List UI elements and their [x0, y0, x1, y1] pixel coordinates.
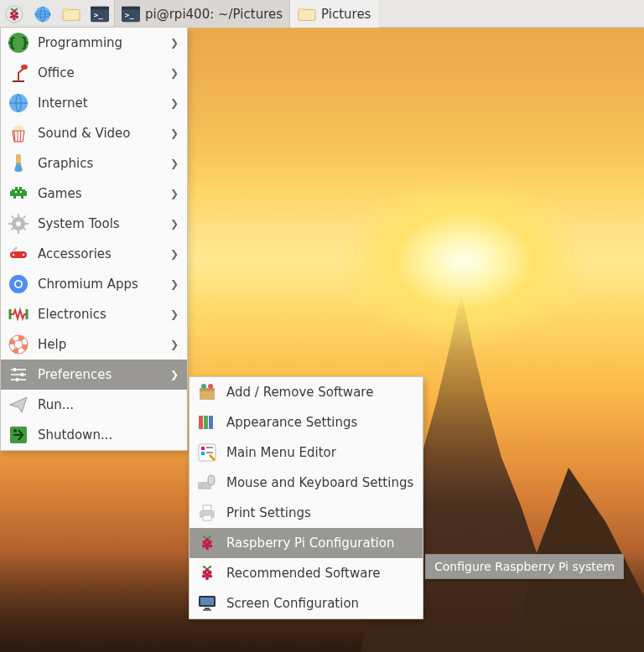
svg-rect-19 [299, 8, 305, 11]
exit-icon [8, 424, 29, 446]
popcorn-icon [8, 122, 29, 144]
menu-item-accessories[interactable]: Accessories ❯ [1, 239, 187, 269]
task-label: pi@rpi400: ~/Pictures [145, 7, 283, 22]
submenu-item-mouse-keyboard[interactable]: Mouse and Keyboard Settings [190, 468, 423, 498]
menu-item-label: System Tools [38, 216, 162, 231]
svg-point-93 [209, 574, 212, 577]
menu-item-label: Graphics [38, 156, 162, 171]
menu-item-games[interactable]: Games ❯ [1, 179, 187, 209]
terminal-launcher[interactable]: >_ [86, 0, 114, 28]
svg-point-66 [201, 384, 206, 389]
chevron-right-icon: ❯ [170, 127, 179, 139]
submenu-item-label: Screen Configuration [226, 596, 414, 611]
svg-rect-36 [15, 191, 17, 193]
menu-item-label: Chromium Apps [38, 277, 162, 292]
svg-point-86 [209, 544, 212, 547]
submenu-item-label: Main Menu Editor [226, 445, 414, 460]
svg-rect-34 [15, 187, 18, 189]
web-browser-launcher[interactable] [29, 0, 57, 28]
svg-point-39 [16, 221, 21, 226]
svg-rect-43 [24, 223, 29, 225]
svg-rect-59 [13, 368, 16, 371]
svg-rect-46 [23, 215, 26, 219]
svg-rect-98 [203, 609, 211, 611]
task-terminal[interactable]: >_ pi@rpi400: ~/Pictures [114, 0, 290, 28]
swiss-knife-icon [8, 243, 29, 265]
menu-item-chromium-apps[interactable]: Chromium Apps ❯ [1, 269, 187, 299]
svg-point-50 [23, 254, 24, 256]
submenu-item-rpi-config[interactable]: Raspberry Pi Configuration [190, 528, 423, 558]
menu-item-preferences[interactable]: Preferences ❯ [1, 360, 187, 390]
task-label: Pictures [321, 7, 371, 22]
folder-icon [62, 5, 80, 23]
svg-rect-44 [11, 215, 14, 219]
svg-point-22 [21, 65, 28, 70]
svg-rect-77 [208, 475, 215, 485]
submenu-item-label: Raspberry Pi Configuration [226, 536, 414, 551]
terminal-icon: >_ [122, 5, 140, 23]
start-button[interactable] [0, 0, 29, 28]
svg-rect-33 [21, 196, 23, 199]
lifebuoy-icon [8, 334, 29, 355]
svg-rect-72 [201, 447, 205, 450]
submenu-item-label: Appearance Settings [226, 415, 414, 430]
svg-rect-35 [19, 187, 22, 189]
menu-item-programming[interactable]: { } Programming ❯ [1, 28, 187, 58]
svg-point-92 [202, 574, 205, 577]
svg-point-83 [205, 538, 210, 542]
chevron-right-icon: ❯ [170, 188, 179, 199]
menu-item-label: Electronics [38, 307, 162, 322]
paintbrush-icon [8, 153, 29, 174]
svg-rect-69 [204, 416, 208, 429]
menu-item-sound-video[interactable]: Sound & Video ❯ [1, 118, 187, 148]
menu-item-run[interactable]: Run... [1, 390, 187, 420]
file-manager-launcher[interactable] [57, 0, 86, 28]
menu-item-help[interactable]: Help ❯ [1, 329, 187, 360]
resistor-icon [8, 303, 29, 325]
menu-item-shutdown[interactable]: Shutdown... [1, 420, 187, 450]
chromium-icon [8, 273, 29, 295]
folder-icon [298, 5, 316, 23]
chevron-right-icon: ❯ [170, 67, 179, 79]
svg-point-26 [20, 127, 24, 131]
submenu-item-appearance[interactable]: Appearance Settings [190, 407, 423, 437]
menu-item-graphics[interactable]: Graphics ❯ [1, 148, 187, 179]
application-menu: { } Programming ❯ Office ❯ Internet ❯ So… [0, 28, 188, 451]
menu-item-electronics[interactable]: Electronics ❯ [1, 299, 187, 329]
svg-rect-97 [205, 608, 210, 609]
svg-point-63 [13, 429, 17, 432]
submenu-item-print[interactable]: Print Settings [190, 498, 423, 528]
menu-item-office[interactable]: Office ❯ [1, 58, 187, 88]
svg-rect-31 [25, 191, 27, 196]
svg-rect-73 [201, 452, 205, 455]
svg-rect-28 [16, 163, 21, 165]
menu-item-label: Shutdown... [38, 427, 179, 442]
globe-icon [8, 92, 29, 114]
svg-rect-10 [63, 9, 80, 20]
desk-lamp-icon [8, 62, 29, 84]
chevron-right-icon: ❯ [170, 248, 179, 260]
menu-item-system-tools[interactable]: System Tools ❯ [1, 209, 187, 239]
svg-point-87 [205, 546, 209, 550]
submenu-item-add-remove[interactable]: Add / Remove Software [190, 377, 423, 407]
chevron-right-icon: ❯ [170, 308, 179, 320]
paper-plane-icon [8, 394, 29, 416]
raspberry-icon [196, 532, 218, 554]
submenu-item-screen-config[interactable]: Screen Configuration [190, 588, 423, 618]
svg-rect-42 [8, 223, 13, 225]
submenu-item-label: Add / Remove Software [226, 385, 414, 400]
svg-rect-60 [21, 373, 23, 376]
svg-rect-70 [209, 416, 213, 429]
tooltip-text: Configure Raspberry Pi system [434, 560, 615, 573]
svg-point-5 [10, 15, 13, 18]
svg-rect-75 [206, 452, 213, 453]
svg-rect-18 [299, 9, 315, 20]
submenu-item-menu-editor[interactable]: Main Menu Editor [190, 437, 423, 468]
svg-rect-80 [203, 515, 211, 520]
task-filemanager[interactable]: Pictures [290, 0, 378, 28]
menu-item-internet[interactable]: Internet ❯ [1, 88, 187, 118]
submenu-item-recommended[interactable]: Recommended Software [190, 558, 423, 588]
svg-rect-74 [206, 447, 213, 448]
svg-rect-68 [199, 416, 203, 429]
chevron-right-icon: ❯ [170, 278, 179, 290]
